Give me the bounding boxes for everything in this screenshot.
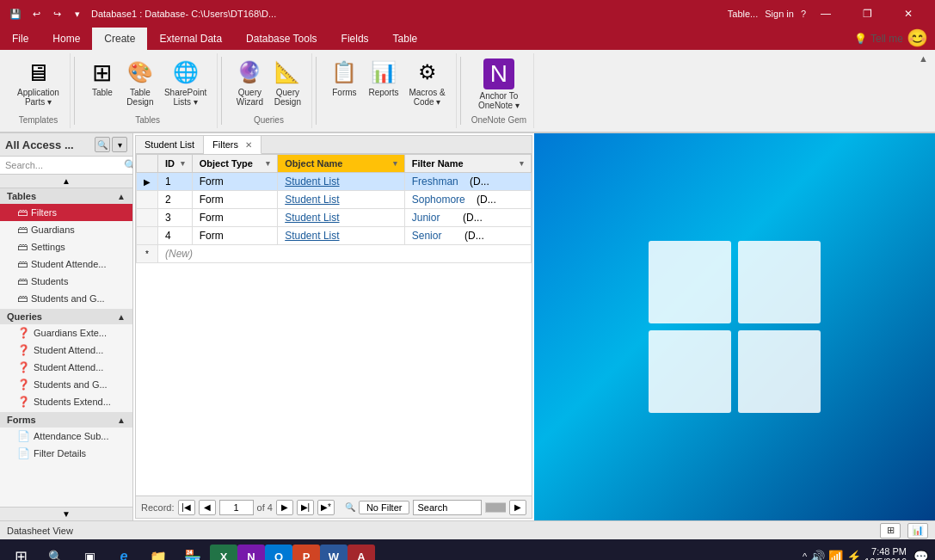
nav-item-student-attendance[interactable]: 🗃 Student Attende... bbox=[0, 255, 132, 273]
nav-item-students-extended[interactable]: ❓ Students Extend... bbox=[0, 393, 132, 410]
explorer-button[interactable]: 📁 bbox=[141, 541, 175, 560]
close-button[interactable]: ✕ bbox=[889, 0, 928, 28]
volume-icon[interactable]: 🔊 bbox=[810, 550, 825, 560]
sharepoint-lists-button[interactable]: 🌐 SharePointLists ▾ bbox=[161, 57, 210, 108]
nav-item-students-guardians[interactable]: 🗃 Students and G... bbox=[0, 290, 132, 307]
current-record-input[interactable] bbox=[219, 500, 254, 515]
qa-dropdown-button[interactable]: ▾ bbox=[69, 5, 86, 22]
nav-section-forms-header[interactable]: Forms ▲ bbox=[0, 412, 132, 428]
students-guardians-table-label: Students and G... bbox=[31, 293, 105, 304]
filters-tab-close[interactable]: ✕ bbox=[245, 140, 252, 150]
tab-table[interactable]: Table bbox=[381, 28, 430, 50]
nav-search-toggle[interactable]: 🔍 bbox=[95, 137, 110, 152]
id-column-header[interactable]: ID ▾ bbox=[158, 155, 193, 173]
network-icon[interactable]: 📶 bbox=[828, 550, 843, 560]
reports-button[interactable]: 📊 Reports bbox=[365, 57, 402, 99]
nav-section-queries-header[interactable]: Queries ▲ bbox=[0, 309, 132, 324]
nav-item-students-g-query[interactable]: ❓ Students and G... bbox=[0, 376, 132, 393]
nav-item-guardians[interactable]: 🗃 Guardians bbox=[0, 221, 132, 238]
minimize-button[interactable]: — bbox=[806, 0, 846, 28]
object-name-column-header[interactable]: Object Name ▾ bbox=[278, 155, 405, 173]
store-button[interactable]: 🏪 bbox=[175, 541, 210, 560]
filter-name-column-header[interactable]: Filter Name ▾ bbox=[404, 155, 531, 173]
next-record-button[interactable]: ▶ bbox=[276, 500, 293, 515]
query-wizard-button[interactable]: 🔮 QueryWizard bbox=[232, 57, 267, 108]
table-new-row[interactable]: * (New) bbox=[137, 245, 532, 263]
prev-record-button[interactable]: ◀ bbox=[199, 500, 216, 515]
onenote-button[interactable]: N bbox=[237, 545, 265, 560]
nav-item-attendance-sub[interactable]: 📄 Attendance Sub... bbox=[0, 428, 132, 445]
nav-item-students[interactable]: 🗃 Students bbox=[0, 273, 132, 290]
nav-item-filter-details[interactable]: 📄 Filter Details bbox=[0, 445, 132, 462]
nav-scroll-down[interactable]: ▼ bbox=[0, 507, 132, 520]
new-record-button[interactable]: ▶* bbox=[317, 500, 335, 515]
search-button[interactable]: 🔍 bbox=[38, 541, 72, 560]
first-record-button[interactable]: |◀ bbox=[178, 500, 195, 515]
nav-search-input[interactable] bbox=[5, 160, 124, 170]
tab-file[interactable]: File bbox=[0, 28, 40, 50]
object-type-column-header[interactable]: Object Type ▾ bbox=[192, 155, 277, 173]
outlook-button[interactable]: O bbox=[265, 545, 292, 560]
nav-scroll-up[interactable]: ▲ bbox=[0, 175, 132, 188]
filter-name-filter-icon[interactable]: ▾ bbox=[520, 159, 524, 168]
table-design-button[interactable]: 🎨 TableDesign bbox=[123, 57, 157, 108]
excel-button[interactable]: X bbox=[210, 545, 237, 560]
no-filter-button[interactable]: No Filter bbox=[359, 501, 410, 514]
start-button[interactable]: ⊞ bbox=[3, 541, 38, 560]
table-row[interactable]: 2 Form Student List Sophomore (D... bbox=[137, 191, 532, 209]
ribbon-group-onenote-items: N Anchor ToOneNote ▾ bbox=[475, 57, 523, 112]
system-tray-toggle[interactable]: ^ bbox=[803, 551, 807, 560]
redo-qa-button[interactable]: ↪ bbox=[48, 5, 65, 22]
task-view-button[interactable]: ▣ bbox=[72, 541, 107, 560]
restore-button[interactable]: ❐ bbox=[847, 0, 887, 28]
battery-icon[interactable]: ⚡ bbox=[846, 550, 861, 560]
nav-item-guardians-extended[interactable]: ❓ Guardians Exte... bbox=[0, 324, 132, 342]
forms-button[interactable]: 📋 Forms bbox=[327, 57, 361, 99]
nav-item-filters[interactable]: 🗃 Filters bbox=[0, 204, 132, 221]
undo-qa-button[interactable]: ↩ bbox=[28, 5, 45, 22]
tab-database-tools[interactable]: Database Tools bbox=[234, 28, 329, 50]
tab-student-list[interactable]: Student List bbox=[136, 136, 204, 153]
word-button[interactable]: W bbox=[320, 545, 348, 560]
object-name-filter-icon[interactable]: ▾ bbox=[393, 159, 397, 168]
nav-item-student-attend-2[interactable]: ❓ Student Attend... bbox=[0, 359, 132, 376]
powerpoint-button[interactable]: P bbox=[292, 545, 320, 560]
layout-view-button[interactable]: 📊 bbox=[907, 523, 928, 538]
tab-filters[interactable]: Filters ✕ bbox=[204, 136, 261, 154]
table-button[interactable]: ⊞ Table bbox=[85, 57, 120, 99]
last-record-button[interactable]: ▶| bbox=[297, 500, 314, 515]
table-row[interactable]: ▶ 1 Form Student List Freshman (D... bbox=[137, 173, 532, 191]
taskbar-clock[interactable]: 7:48 PM 12/5/2016 bbox=[864, 546, 910, 560]
query-design-button[interactable]: 📐 QueryDesign bbox=[270, 57, 304, 108]
edge-button[interactable]: e bbox=[107, 541, 141, 560]
collapse-ribbon-button[interactable]: ▲ bbox=[919, 53, 928, 64]
grid-view-button[interactable]: ⊞ bbox=[880, 523, 901, 538]
nav-scroll-area: Tables ▲ 🗃 Filters 🗃 Guardians 🗃 Setting… bbox=[0, 188, 132, 507]
tab-create[interactable]: Create bbox=[92, 28, 147, 50]
students-g-query-icon: ❓ bbox=[17, 378, 30, 391]
search-input[interactable] bbox=[413, 500, 482, 515]
id-filter-icon[interactable]: ▾ bbox=[181, 159, 185, 168]
tab-home[interactable]: Home bbox=[40, 28, 92, 50]
scroll-right-button[interactable]: ▶ bbox=[509, 500, 526, 515]
nav-item-student-attend-1[interactable]: ❓ Student Attend... bbox=[0, 342, 132, 359]
macros-code-button[interactable]: ⚙ Macros &Code ▾ bbox=[405, 57, 448, 108]
table-row[interactable]: 4 Form Student List Senior (D... bbox=[137, 227, 532, 245]
save-qa-button[interactable]: 💾 bbox=[7, 5, 24, 22]
nav-menu-button[interactable]: ▾ bbox=[112, 137, 127, 152]
table-row[interactable]: 3 Form Student List Junior (D... bbox=[137, 209, 532, 227]
tab-external-data[interactable]: External Data bbox=[147, 28, 234, 50]
application-parts-button[interactable]: 🖥 ApplicationParts ▾ bbox=[14, 57, 63, 108]
tell-me-bar[interactable]: 💡 Tell me bbox=[854, 28, 903, 50]
object-type-filter-icon[interactable]: ▾ bbox=[266, 159, 270, 168]
access-button[interactable]: A bbox=[348, 545, 375, 560]
notification-button[interactable]: 💬 bbox=[913, 550, 928, 560]
tab-fields[interactable]: Fields bbox=[329, 28, 381, 50]
student-attend-1-label: Student Attend... bbox=[34, 345, 103, 355]
nav-item-settings[interactable]: 🗃 Settings bbox=[0, 238, 132, 255]
anchor-onenote-button[interactable]: N Anchor ToOneNote ▾ bbox=[475, 57, 523, 112]
cell-object-name-1: Student List bbox=[278, 173, 405, 191]
table-tab-label[interactable]: Table... bbox=[728, 9, 758, 19]
nav-section-tables-header[interactable]: Tables ▲ bbox=[0, 188, 132, 204]
sign-in-button[interactable]: Sign in bbox=[765, 9, 794, 19]
